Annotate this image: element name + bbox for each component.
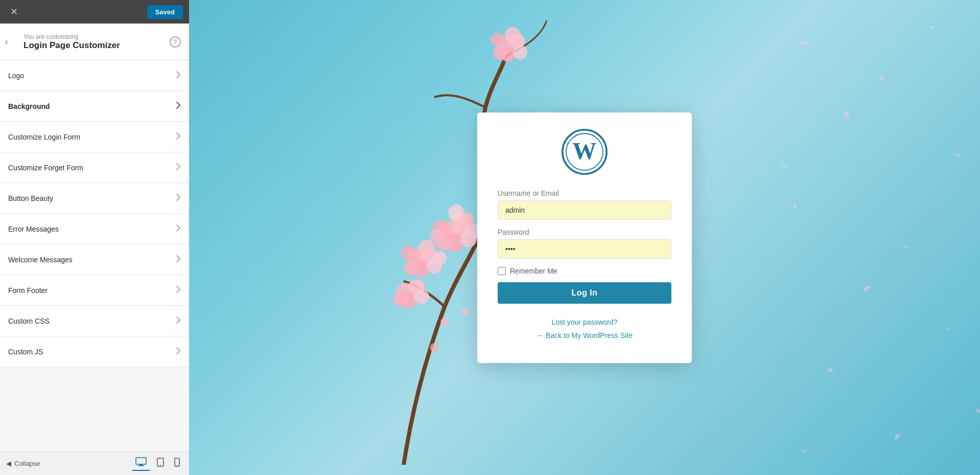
svg-point-55 — [430, 343, 439, 352]
menu-list: LogoBackgroundCustomize Login FormCustom… — [0, 60, 189, 451]
sidebar-item-logo[interactable]: Logo — [0, 60, 189, 91]
svg-rect-0 — [136, 458, 146, 464]
chevron-right-icon — [176, 285, 181, 295]
collapse-icon: ◀ — [6, 460, 11, 467]
chevron-right-icon — [176, 163, 181, 172]
username-label: Username or Email — [498, 189, 671, 197]
chevron-right-icon — [176, 347, 181, 356]
sidebar-item-label: Button Beauty — [8, 194, 53, 202]
sidebar-item-welcome-messages[interactable]: Welcome Messages — [0, 244, 189, 275]
svg-point-11 — [404, 261, 418, 276]
chevron-right-icon — [176, 132, 181, 142]
back-to-site-link[interactable]: ← Back to My WordPress Site — [498, 331, 671, 340]
remember-me-group: Remember Me — [498, 267, 671, 275]
svg-point-4 — [160, 465, 161, 466]
sidebar-item-custom-js[interactable]: Custom JS — [0, 336, 189, 367]
svg-rect-1 — [139, 464, 143, 465]
svg-point-53 — [440, 318, 449, 326]
login-card: W Username or Email Password Remember Me… — [477, 112, 692, 363]
mobile-icon — [174, 458, 180, 467]
svg-point-35 — [505, 27, 520, 42]
svg-point-52 — [430, 229, 444, 243]
wordpress-logo: W — [562, 129, 608, 175]
help-icon[interactable]: ? — [170, 36, 181, 48]
svg-point-13 — [401, 245, 416, 261]
sidebar-item-form-footer[interactable]: Form Footer — [0, 275, 189, 306]
svg-point-12 — [418, 240, 435, 256]
svg-point-14 — [432, 251, 447, 265]
customizing-info: You are customizing Login Page Customize… — [24, 33, 120, 51]
sidebar-item-label: Form Footer — [8, 286, 48, 295]
sidebar-item-label: Custom CSS — [8, 317, 50, 325]
sidebar-item-label: Custom JS — [8, 348, 43, 356]
chevron-right-icon — [176, 71, 181, 80]
svg-text:W: W — [573, 137, 597, 164]
sidebar-item-label: Background — [8, 102, 50, 110]
sidebar-item-label: Error Messages — [8, 225, 59, 233]
sidebar-item-customize-login-form[interactable]: Customize Login Form — [0, 122, 189, 152]
sidebar-item-label: Customize Forget Form — [8, 164, 83, 172]
customizer-panel: ✕ Saved ‹ You are customizing Login Page… — [0, 0, 189, 475]
svg-point-40 — [414, 289, 429, 304]
form-links: Lost your password? ← Back to My WordPre… — [498, 318, 671, 340]
sidebar-item-custom-css[interactable]: Custom CSS — [0, 306, 189, 336]
close-button[interactable]: ✕ — [6, 4, 22, 19]
svg-rect-2 — [138, 465, 144, 466]
chevron-right-icon — [176, 224, 181, 234]
svg-point-36 — [491, 33, 505, 47]
back-button[interactable]: ‹ — [5, 37, 8, 47]
svg-point-51 — [459, 212, 474, 228]
svg-point-54 — [461, 308, 469, 315]
customizer-title: Login Page Customizer — [24, 40, 120, 51]
username-input[interactable] — [498, 200, 671, 220]
sidebar-item-error-messages[interactable]: Error Messages — [0, 214, 189, 244]
password-input[interactable] — [498, 239, 671, 259]
sidebar-item-button-beauty[interactable]: Button Beauty — [0, 183, 189, 214]
chevron-right-icon — [176, 193, 181, 203]
collapse-label: Collapse — [14, 460, 40, 467]
chevron-right-icon — [176, 255, 181, 264]
remember-label: Remember Me — [510, 267, 557, 275]
tablet-icon — [157, 458, 164, 467]
desktop-icon — [135, 457, 147, 466]
customizing-label: You are customizing — [24, 33, 120, 40]
mobile-view-button[interactable] — [171, 456, 183, 471]
sidebar-item-label: Logo — [8, 72, 24, 80]
password-label: Password — [498, 228, 671, 236]
sidebar-item-customize-forget-form[interactable]: Customize Forget Form — [0, 152, 189, 183]
device-icons — [132, 456, 183, 471]
preview-area: W Username or Email Password Remember Me… — [189, 0, 980, 475]
tablet-view-button[interactable] — [154, 456, 167, 471]
customizing-header: ‹ You are customizing Login Page Customi… — [0, 24, 189, 60]
svg-point-41 — [393, 292, 407, 307]
chevron-right-icon — [176, 316, 181, 326]
sidebar-item-label: Customize Login Form — [8, 133, 80, 141]
bottom-bar: ◀ Collapse — [0, 451, 189, 475]
saved-button[interactable]: Saved — [147, 5, 183, 19]
remember-checkbox[interactable] — [498, 267, 506, 275]
svg-point-6 — [177, 465, 177, 465]
lost-password-link[interactable]: Lost your password? — [498, 318, 671, 326]
desktop-view-button[interactable] — [132, 456, 150, 471]
collapse-button[interactable]: ◀ Collapse — [6, 460, 40, 467]
top-bar: ✕ Saved — [0, 0, 189, 24]
wp-logo-container: W — [498, 129, 671, 175]
chevron-right-icon — [176, 101, 181, 111]
sidebar-item-label: Welcome Messages — [8, 256, 73, 264]
username-group: Username or Email — [498, 189, 671, 220]
svg-point-34 — [493, 47, 506, 60]
login-button[interactable]: Log In — [498, 282, 671, 304]
password-group: Password — [498, 228, 671, 259]
sidebar-item-background[interactable]: Background — [0, 91, 189, 122]
svg-point-33 — [513, 45, 527, 59]
